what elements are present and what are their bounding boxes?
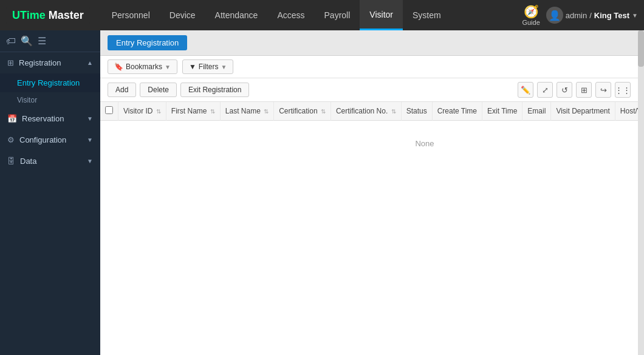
avatar: 👤 [546, 7, 563, 24]
content-area: Entry Registration 🔖 Bookmarks ▼ ▼ Filte… [100, 30, 638, 355]
sidebar-section-data: 🗄 Data ▼ [0, 150, 100, 172]
sidebar-item-visitor[interactable]: Visitor [0, 92, 100, 108]
logo-prefix: UTime [12, 9, 46, 21]
table-empty-label: None [100, 121, 638, 167]
user-info[interactable]: 👤 admin/King Test ▼ [546, 7, 638, 24]
col-host-visited: Host/Visited [615, 102, 638, 121]
sidebar-configuration-header[interactable]: ⚙ Configuration ▼ [0, 129, 100, 150]
nav-items: Personnel Device Attendance Access Payro… [102, 0, 522, 30]
nav-attendance[interactable]: Attendance [205, 0, 268, 30]
bookmarks-button[interactable]: 🔖 Bookmarks ▼ [108, 59, 177, 74]
col-first-name-label: First Name [171, 107, 207, 115]
delete-button[interactable]: Delete [140, 83, 177, 97]
col-certification-no[interactable]: Certification No. ⇅ [331, 102, 401, 121]
col-create-time-label: Create Time [437, 107, 477, 115]
sidebar-section-registration: ⊞ Registration ▲ Entry Registration Visi… [0, 52, 100, 108]
add-button[interactable]: Add [108, 83, 136, 97]
table-header-row: Visitor ID ⇅ First Name ⇅ Last Name ⇅ [100, 102, 638, 121]
tag-icon[interactable]: 🏷 [6, 36, 16, 47]
nav-access[interactable]: Access [267, 0, 314, 30]
settings-icon-btn[interactable]: ⋮⋮ [615, 82, 631, 98]
search-icon[interactable]: 🔍 [21, 35, 33, 47]
table-empty-row: None [100, 121, 638, 167]
top-nav: UTime Master Personnel Device Attendance… [0, 0, 644, 30]
reservation-chevron-icon: ▼ [87, 115, 93, 122]
nav-personnel[interactable]: Personnel [102, 0, 160, 30]
sidebar-reservation-header[interactable]: 📅 Reservation ▼ [0, 108, 100, 129]
action-bar-left: Add Delete Exit Registration [108, 83, 249, 97]
sidebar: 🏷 🔍 ☰ ⊞ Registration ▲ Entry Registratio… [0, 30, 100, 355]
logo-suffix: Master [46, 9, 84, 21]
username: King Test [594, 11, 629, 20]
visitor-table: Visitor ID ⇅ First Name ⇅ Last Name ⇅ [100, 102, 638, 166]
col-host-visited-label: Host/Visited [620, 107, 638, 115]
filters-label: Filters [199, 63, 219, 71]
table-container: Visitor ID ⇅ First Name ⇅ Last Name ⇅ [100, 102, 638, 355]
col-visitor-id-label: Visitor ID [123, 107, 152, 115]
nav-payroll[interactable]: Payroll [315, 0, 360, 30]
col-exit-time-label: Exit Time [487, 107, 517, 115]
calendar-icon: 📅 [7, 114, 17, 123]
grid-icon: ⊞ [7, 58, 14, 67]
col-certification[interactable]: Certification ⇅ [274, 102, 331, 121]
visitor-id-sort-icon: ⇅ [156, 108, 161, 115]
col-visit-department: Visit Department [551, 102, 615, 121]
bookmarks-chevron-icon: ▼ [165, 64, 171, 70]
data-chevron-icon: ▼ [87, 158, 93, 164]
nav-right: 🧭 Guide 👤 admin/King Test ▼ [522, 4, 638, 26]
col-status-label: Status [406, 107, 427, 115]
refresh-icon-btn[interactable]: ↺ [557, 82, 572, 98]
sub-header: Entry Registration [100, 30, 638, 56]
list-icon[interactable]: ☰ [38, 35, 46, 47]
select-all-checkbox[interactable] [105, 106, 113, 114]
col-certification-label: Certification [279, 107, 317, 115]
col-first-name[interactable]: First Name ⇅ [166, 102, 220, 121]
database-icon: 🗄 [7, 157, 15, 166]
toolbar: 🔖 Bookmarks ▼ ▼ Filters ▼ [100, 56, 638, 78]
sidebar-configuration-label: Configuration [19, 135, 66, 144]
nav-system[interactable]: System [403, 0, 451, 30]
edit-icon-btn[interactable]: ✏️ [518, 82, 533, 98]
col-email-label: Email [527, 107, 546, 115]
checkbox-header[interactable] [100, 102, 118, 121]
nav-visitor[interactable]: Visitor [360, 0, 403, 30]
sidebar-item-entry-registration[interactable]: Entry Registration [0, 73, 100, 92]
user-chevron-icon: ▼ [632, 12, 638, 19]
col-last-name-label: Last Name [225, 107, 261, 115]
exit-registration-button[interactable]: Exit Registration [180, 83, 249, 97]
nav-device[interactable]: Device [160, 0, 205, 30]
right-scrollbar[interactable] [638, 30, 644, 355]
sidebar-data-header[interactable]: 🗄 Data ▼ [0, 150, 100, 172]
filters-chevron-icon: ▼ [221, 64, 227, 70]
export-icon-btn[interactable]: ↪ [595, 82, 611, 98]
registration-chevron-icon: ▲ [87, 59, 93, 66]
col-email: Email [522, 102, 551, 121]
user-separator: / [589, 11, 592, 20]
bookmarks-icon: 🔖 [114, 63, 123, 71]
col-visitor-id[interactable]: Visitor ID ⇅ [118, 102, 166, 121]
columns-icon-btn[interactable]: ⊞ [576, 82, 592, 98]
sidebar-registration-header[interactable]: ⊞ Registration ▲ [0, 52, 100, 73]
sidebar-data-label: Data [20, 157, 36, 166]
guide-label: Guide [522, 19, 540, 26]
sidebar-section-reservation: 📅 Reservation ▼ [0, 108, 100, 129]
col-status: Status [401, 102, 432, 121]
certification-no-sort-icon: ⇅ [391, 108, 396, 115]
filters-icon: ▼ [189, 63, 196, 71]
settings-icon: ⚙ [7, 135, 15, 144]
sidebar-reservation-label: Reservation [22, 114, 64, 123]
app-logo[interactable]: UTime Master [6, 7, 90, 24]
col-visit-department-label: Visit Department [556, 107, 609, 115]
entry-registration-tab-button[interactable]: Entry Registration [108, 35, 187, 50]
col-last-name[interactable]: Last Name ⇅ [220, 102, 273, 121]
action-bar-right: ✏️ ⤢ ↺ ⊞ ↪ ⋮⋮ [518, 82, 631, 98]
guide-button[interactable]: 🧭 Guide [522, 4, 540, 26]
filters-button[interactable]: ▼ Filters ▼ [182, 59, 233, 74]
scrollbar-thumb[interactable] [638, 30, 644, 67]
expand-icon-btn[interactable]: ⤢ [537, 82, 553, 98]
last-name-sort-icon: ⇅ [264, 108, 269, 115]
sidebar-registration-label: Registration [19, 58, 61, 67]
col-create-time: Create Time [432, 102, 482, 121]
certification-sort-icon: ⇅ [321, 108, 326, 115]
col-certification-no-label: Certification No. [336, 107, 388, 115]
